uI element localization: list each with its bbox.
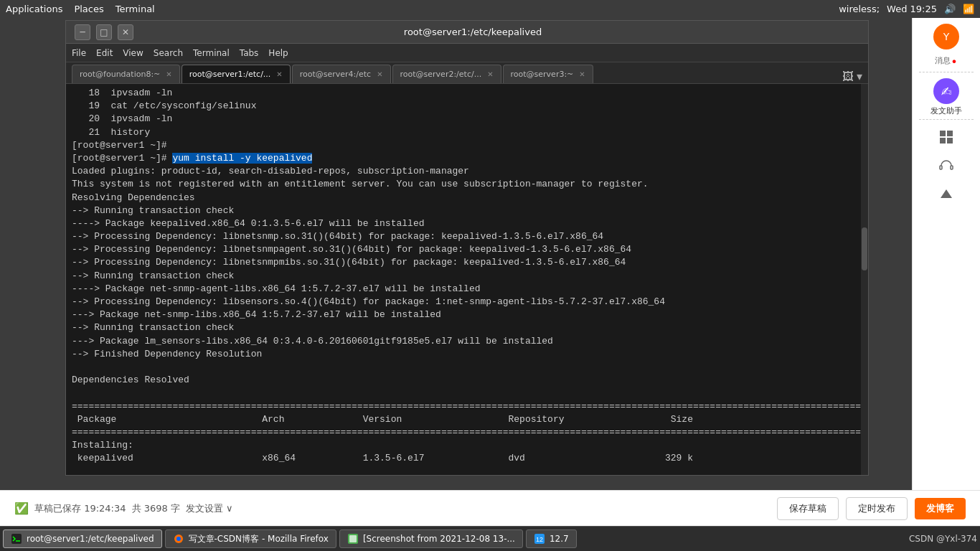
terminal-wm-buttons: ─ □ ✕ bbox=[75, 24, 133, 40]
save-draft-button[interactable]: 保存草稿 bbox=[777, 497, 839, 520]
terminal-line-19: 19 cat /etc/sysconfig/selinux bbox=[72, 100, 862, 113]
terminal-output-11: --> Processing Dependency: libsensors.so… bbox=[72, 296, 862, 309]
terminal-output-8: --> Processing Dependency: libnetsnmpmib… bbox=[72, 256, 862, 269]
terminal-output-12: ---> Package net-snmp-libs.x86_64 1:5.7.… bbox=[72, 309, 862, 321]
scroll-top-icon-btn[interactable] bbox=[932, 180, 961, 209]
terminal-title: root@server1:/etc/keepalived bbox=[133, 27, 812, 37]
applications-menu[interactable]: Applications bbox=[6, 4, 62, 14]
taskbar-right: CSDN @Yxl-374 bbox=[909, 534, 977, 544]
menu-view[interactable]: View bbox=[123, 48, 143, 58]
terminal-scrollbar-thumb[interactable] bbox=[862, 227, 867, 270]
menu-file[interactable]: File bbox=[72, 48, 86, 58]
tab-label-server1: root@server1:/etc/... bbox=[189, 70, 271, 79]
message-item[interactable]: 消息• bbox=[935, 55, 957, 69]
tab-server3[interactable]: root@server3:~ ✕ bbox=[503, 65, 593, 83]
taskbar-item-terminal[interactable]: root@server1:/etc/keepalived bbox=[3, 529, 162, 548]
taskbar-item-file[interactable]: 12 12.7 bbox=[526, 529, 577, 548]
svg-rect-0 bbox=[940, 131, 946, 136]
volume-icon[interactable]: 🔊 bbox=[944, 4, 956, 14]
taskbar-firefox-label: 写文章-CSDN博客 - Mozilla Firefox bbox=[189, 533, 329, 545]
taskbar-user-label: CSDN @Yxl-374 bbox=[909, 534, 977, 544]
terminal-installing: Installing: bbox=[72, 439, 862, 452]
terminal-body[interactable]: 18 ipvsadm -ln 19 cat /etc/sysconfig/sel… bbox=[66, 84, 868, 475]
menu-help[interactable]: Help bbox=[268, 48, 288, 58]
terminal-tabs: root@foundation8:~ ✕ root@server1:/etc/.… bbox=[66, 62, 868, 84]
tab-close-foundation8[interactable]: ✕ bbox=[166, 70, 171, 78]
tab-close-server2[interactable]: ✕ bbox=[487, 70, 493, 78]
tab-server1[interactable]: root@server1:/etc/... ✕ bbox=[182, 65, 291, 83]
word-count-text: 共 3698 字 bbox=[132, 502, 180, 515]
taskbar-item-screenshot[interactable]: [Screenshot from 2021-12-08 13-... bbox=[339, 529, 523, 548]
editor-actions: 保存草稿 定时发布 发博客 bbox=[777, 497, 966, 520]
terminal-minimize-btn[interactable]: ─ bbox=[75, 24, 90, 40]
terminal-line-18: 18 ipvsadm -ln bbox=[72, 87, 862, 100]
editor-bottombar: ✅ 草稿已保存 19:24:34 共 3698 字 发文设置 ∨ 保存草稿 定时… bbox=[0, 490, 980, 526]
editor-status: ✅ 草稿已保存 19:24:34 共 3698 字 发文设置 ∨ bbox=[14, 501, 233, 515]
terminal-line-21: 21 history bbox=[72, 126, 862, 139]
taskbar-item-firefox[interactable]: 写文章-CSDN博客 - Mozilla Firefox bbox=[165, 529, 336, 548]
terminal-scrollbar[interactable] bbox=[861, 84, 868, 475]
tab-server4[interactable]: root@server4:/etc ✕ bbox=[292, 65, 391, 83]
schedule-publish-button[interactable]: 定时发布 bbox=[846, 497, 908, 520]
terminal-output-7: --> Processing Dependency: libnetsnmpage… bbox=[72, 243, 862, 256]
sidebar-divider-2 bbox=[919, 119, 973, 120]
terminal-prompt-1: [root@server1 ~]# bbox=[72, 139, 862, 152]
headset-icon-btn[interactable] bbox=[932, 151, 961, 180]
settings-chevron: ∨ bbox=[226, 503, 233, 514]
terminal-command-line: [root@server1 ~]# yum install -y keepali… bbox=[72, 152, 862, 165]
new-tab-icon[interactable]: 🖼 bbox=[842, 70, 854, 83]
tab-close-server1[interactable]: ✕ bbox=[276, 70, 282, 78]
svg-rect-4 bbox=[940, 166, 942, 169]
menu-search[interactable]: Search bbox=[154, 48, 183, 58]
screenshot-taskbar-icon bbox=[347, 533, 359, 545]
svg-rect-7 bbox=[11, 534, 22, 544]
terminal-menu[interactable]: Terminal bbox=[116, 4, 155, 14]
terminal-titlebar: ─ □ ✕ root@server1:/etc/keepalived bbox=[66, 21, 868, 44]
tab-server2[interactable]: root@server2:/etc/... ✕ bbox=[392, 65, 501, 83]
firefox-taskbar-icon bbox=[173, 533, 184, 545]
taskbar: root@server1:/etc/keepalived 写文章-CSDN博客 … bbox=[0, 526, 980, 551]
terminal-output-4: --> Running transaction check bbox=[72, 204, 862, 217]
tab-close-server4[interactable]: ✕ bbox=[377, 70, 382, 78]
terminal-close-btn[interactable]: ✕ bbox=[118, 24, 133, 40]
system-bar-left: Applications Places Terminal bbox=[6, 4, 155, 14]
tab-dropdown-icon[interactable]: ▾ bbox=[857, 70, 862, 83]
tab-label-server4: root@server4:/etc bbox=[300, 70, 371, 79]
terminal-line-20: 20 ipvsadm -ln bbox=[72, 113, 862, 126]
writing-icon-symbol: ✍ bbox=[941, 84, 951, 99]
terminal-output-2: This system is not registered with an en… bbox=[72, 178, 862, 191]
places-menu[interactable]: Places bbox=[74, 4, 103, 14]
publish-button[interactable]: 发博客 bbox=[915, 498, 966, 519]
user-avatar[interactable]: Y bbox=[933, 24, 959, 50]
taskbar-screenshot-label: [Screenshot from 2021-12-08 13-... bbox=[363, 534, 515, 544]
terminal-window: ─ □ ✕ root@server1:/etc/keepalived File … bbox=[65, 20, 869, 476]
grid-icon-btn[interactable] bbox=[932, 123, 961, 151]
menu-edit[interactable]: Edit bbox=[96, 48, 113, 58]
terminal-output-deps: Dependencies Resolved bbox=[72, 374, 862, 387]
taskbar-terminal-label: root@server1:/etc/keepalived bbox=[27, 534, 154, 544]
menu-terminal[interactable]: Terminal bbox=[193, 48, 230, 58]
terminal-menubar: File Edit View Search Terminal Tabs Help bbox=[66, 44, 868, 62]
terminal-output-10: ----> Package net-snmp-agent-libs.x86_64… bbox=[72, 283, 862, 296]
system-bar-right: wireless; Wed 19:25 🔊 📶 bbox=[839, 4, 974, 14]
message-label: 消息 bbox=[935, 56, 951, 65]
terminal-maximize-btn[interactable]: □ bbox=[96, 24, 112, 40]
terminal-output-9: --> Running transaction check bbox=[72, 270, 862, 283]
tab-close-server3[interactable]: ✕ bbox=[579, 70, 585, 78]
terminal-output-6: --> Processing Dependency: libnetsnmp.so… bbox=[72, 230, 862, 243]
terminal-output-13: --> Running transaction check bbox=[72, 321, 862, 334]
terminal-taskbar-icon bbox=[11, 533, 22, 545]
writing-assistant[interactable]: ✍ 发文助手 bbox=[930, 78, 962, 116]
tab-foundation8[interactable]: root@foundation8:~ ✕ bbox=[72, 65, 180, 83]
network-icon: 📶 bbox=[963, 4, 974, 14]
terminal-output-1: Loaded plugins: product-id, search-disab… bbox=[72, 165, 862, 178]
save-status-text: 草稿已保存 19:24:34 bbox=[34, 502, 126, 515]
terminal-table-header: Package Arch Version Repository Size bbox=[72, 413, 862, 426]
svg-rect-3 bbox=[947, 138, 953, 143]
clock: Wed 19:25 bbox=[887, 4, 937, 14]
terminal-output-blank2 bbox=[72, 387, 862, 400]
taskbar-file-label: 12.7 bbox=[550, 534, 569, 544]
sidebar-divider-1 bbox=[919, 72, 973, 72]
settings-dropdown-btn[interactable]: 发文设置 ∨ bbox=[186, 502, 233, 515]
menu-tabs[interactable]: Tabs bbox=[240, 48, 259, 58]
